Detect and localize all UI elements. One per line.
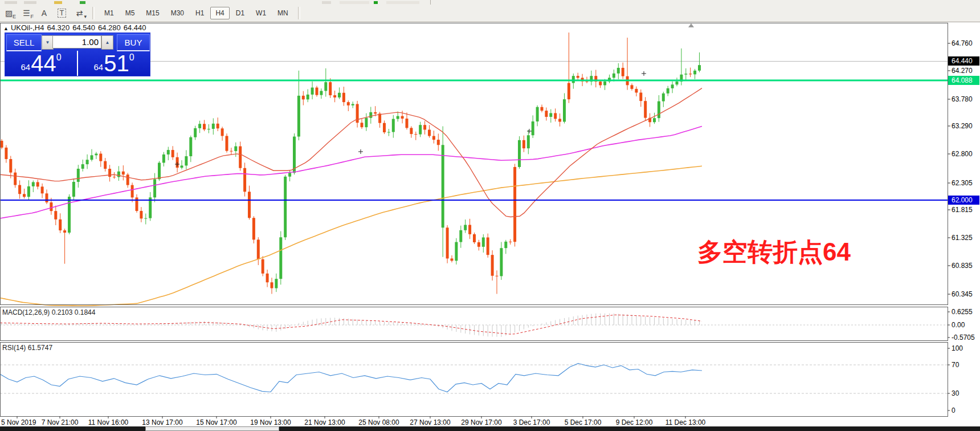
toolbar-icon-stub — [5, 1, 17, 4]
hline-price-badge-64088-label: 64.088 — [952, 76, 973, 84]
timeframe-button-H4[interactable]: H4 — [210, 7, 229, 19]
annotation-text: 多空转折点64 — [697, 235, 851, 269]
time-axis-label: 9 Dec 12:00 — [616, 418, 653, 426]
price-tick-label: 63.290 — [952, 122, 973, 130]
chart-background — [0, 22, 980, 431]
quote-open: 64.320 — [47, 23, 70, 32]
toolbar-icon-stub — [54, 1, 62, 4]
toolbar-icon-stub — [374, 1, 378, 4]
arrow-tools-icon[interactable]: ⇄▾ — [72, 7, 87, 19]
time-axis-label: 13 Nov 17:00 — [142, 418, 183, 426]
time-axis-label: 19 Nov 13:00 — [250, 418, 291, 426]
equidistant-channel-icon[interactable]: ▨E — [1, 7, 17, 19]
quote-close: 64.440 — [124, 23, 146, 32]
volume-increase-button[interactable]: ▲ — [101, 35, 113, 50]
scrollbar-thumb[interactable] — [145, 426, 279, 431]
macd-tick-label: 0.6255 — [952, 308, 973, 316]
ask-price-display[interactable]: 64 51 0 — [78, 51, 150, 76]
price-tick-label: 60.345 — [952, 290, 973, 298]
symbol-period-label: UKOil-,H4 — [11, 23, 44, 32]
timeframe-button-H1[interactable]: H1 — [190, 7, 209, 19]
timeframe-group: M1M5M15M30H1H4D1W1MN — [99, 7, 294, 19]
ask-price-main: 51 — [104, 52, 129, 75]
rsi-tick-label: 100 — [952, 344, 963, 352]
bid-price-prefix: 64 — [21, 62, 30, 72]
quote-high: 64.540 — [72, 23, 95, 32]
bid-ask-display: 64 44 0 64 51 0 — [5, 51, 150, 76]
rsi-indicator-label: RSI(14) 61.5747 — [2, 344, 52, 352]
timeframe-button-M30[interactable]: M30 — [166, 7, 189, 19]
time-axis-label: 25 Nov 08:00 — [358, 418, 399, 426]
quote-low: 64.280 — [98, 23, 121, 32]
price-tick-label: 61.325 — [952, 234, 973, 242]
volume-decrease-button[interactable]: ▼ — [42, 35, 54, 50]
bid-price-display[interactable]: 64 44 0 — [5, 51, 78, 76]
time-axis-label: 29 Nov 17:00 — [461, 418, 502, 426]
time-axis-label: 15 Nov 17:00 — [196, 418, 237, 426]
hline-price-badge-62000-label: 62.000 — [952, 196, 973, 204]
price-tick-label: 64.270 — [952, 67, 973, 75]
text-label-icon[interactable]: A — [36, 7, 52, 19]
timeframe-button-W1[interactable]: W1 — [251, 7, 271, 19]
volume-input[interactable]: 1.00 — [52, 35, 101, 48]
quote-info-bar[interactable]: ▲UKOil-,H464.32064.54064.28064.440 — [3, 23, 149, 32]
time-axis-label: 5 Dec 17:00 — [565, 418, 602, 426]
rsi-tick-label: 0 — [952, 406, 956, 414]
toolbar-icon-stub — [340, 1, 369, 4]
bid-price-main: 44 — [31, 52, 56, 75]
time-axis-label: 27 Nov 13:00 — [410, 418, 451, 426]
macd-tick-label: 0.00 — [952, 321, 965, 329]
time-axis-label: 5 Nov 2019 — [1, 418, 36, 426]
price-tick-label: 62.305 — [952, 179, 973, 187]
price-tick-label: 64.760 — [952, 39, 973, 47]
bid-price-badge-label: 64.440 — [952, 57, 973, 65]
price-tick-label: 60.835 — [952, 262, 973, 270]
time-axis-label: 11 Nov 16:00 — [88, 418, 129, 426]
text-box-icon[interactable]: T — [54, 7, 70, 19]
price-tick-label: 61.815 — [952, 206, 973, 214]
ask-price-prefix: 64 — [93, 62, 103, 72]
rsi-tick-label: 30 — [952, 389, 959, 397]
ask-price-pip: 0 — [129, 52, 134, 63]
macd-tick-label: -0.5705 — [952, 334, 975, 341]
horizontal-scrollbar[interactable] — [0, 426, 980, 431]
timeframe-button-MN[interactable]: MN — [272, 7, 293, 19]
toolbar-icon-stub — [322, 1, 331, 4]
draw-tools-group: ▨E☰FAT⇄▾ — [0, 7, 88, 19]
macd-indicator-label: MACD(12,26,9) 0.2103 0.1844 — [2, 308, 95, 316]
price-tick-label: 63.780 — [952, 95, 973, 103]
price-tick-label: 62.800 — [952, 150, 973, 158]
toolbar-separator — [92, 7, 95, 19]
main-toolbar: ▨E☰FAT⇄▾ M1M5M15M30H1H4D1W1MN — [0, 5, 980, 22]
toolbar-icon-stub — [386, 1, 419, 4]
timeframe-button-M5[interactable]: M5 — [120, 7, 140, 19]
timeframe-button-M15[interactable]: M15 — [141, 7, 164, 19]
collapse-panel-icon[interactable]: ▲ — [3, 26, 9, 31]
buy-button[interactable]: BUY — [117, 34, 150, 51]
sell-button[interactable]: SELL — [6, 34, 42, 51]
window-top-strip — [0, 0, 980, 5]
toolbar-separator — [298, 7, 300, 19]
time-axis-label: 11 Dec 13:00 — [665, 418, 706, 426]
time-axis-label: 3 Dec 17:00 — [513, 418, 550, 426]
toolbar-icon-stub — [24, 1, 36, 4]
timeframe-button-M1[interactable]: M1 — [99, 7, 119, 19]
timeframe-button-D1[interactable]: D1 — [231, 7, 250, 19]
time-axis-label: 7 Nov 21:00 — [42, 418, 79, 426]
toolbar-edge — [430, 0, 431, 5]
fibonacci-retracement-icon[interactable]: ☰F — [19, 7, 34, 19]
rsi-tick-label: 70 — [952, 361, 959, 369]
time-axis-label: 21 Nov 13:00 — [304, 418, 345, 426]
bid-price-pip: 0 — [56, 52, 62, 63]
one-click-trade-panel: SELL ▼ 1.00 ▲ BUY 64 44 0 64 51 0 — [5, 32, 150, 76]
toolbar-icon-stub — [80, 1, 85, 4]
